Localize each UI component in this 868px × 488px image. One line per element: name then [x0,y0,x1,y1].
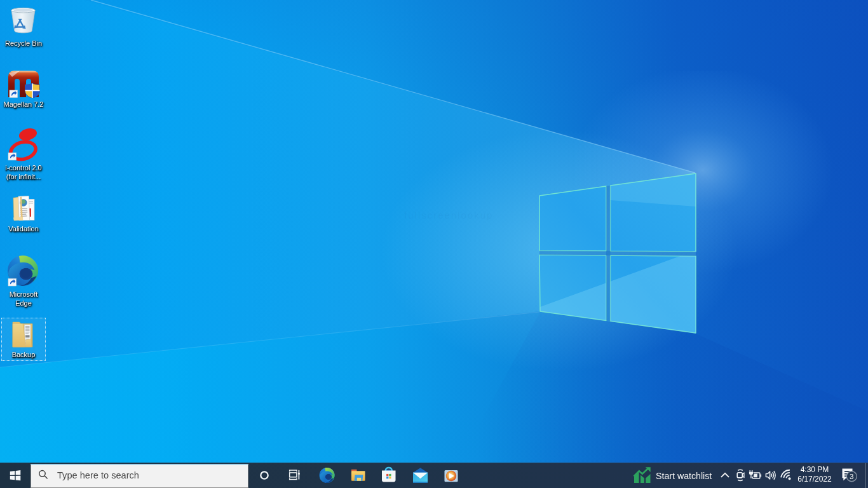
svg-text:fullscreenlookup: fullscreenlookup [404,210,493,220]
svg-text:3: 3 [850,473,853,480]
